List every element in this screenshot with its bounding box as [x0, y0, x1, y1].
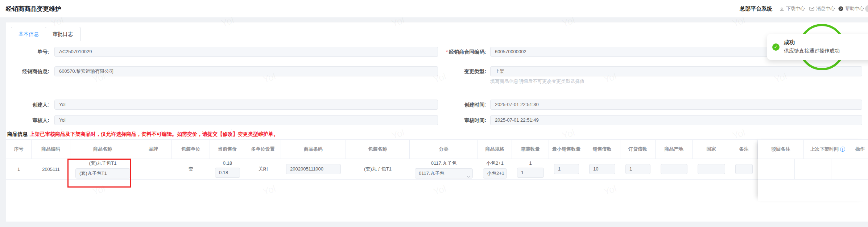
col-remark: 备注 [730, 139, 758, 159]
tab-approval-log[interactable]: 审批日志 [45, 27, 80, 41]
cell-price: 0.18 0.18 [210, 159, 245, 180]
col-barcode: 商品条码 [281, 139, 346, 159]
toast-message: 供应链直接通过操作成功 [784, 48, 840, 54]
category-text: 0117.丸子包 [431, 160, 457, 167]
sale-multiple-input[interactable]: 10 [589, 164, 615, 174]
cell-seq: 1 [6, 159, 32, 180]
nav-label: 帮助中心 [845, 5, 864, 12]
change-type-label: 变更类型: [417, 66, 486, 76]
col-name: 商品名称 [70, 139, 135, 159]
nav-message-center[interactable]: 消息中心 [809, 5, 835, 12]
help-icon: ? [838, 6, 843, 11]
spec-text: 小包2+1 [486, 160, 504, 167]
col-order-multiple: 订货倍数 [620, 139, 656, 159]
col-sale-multiple: 销售倍数 [584, 139, 620, 159]
auditor-label: 审核人: [7, 115, 49, 125]
col-category: 分类 [410, 139, 478, 159]
cell-box-qty: 1 1 [512, 159, 549, 180]
top-bar: 经销商商品变更维护 总部平台系统 下载中心 消息中心 ? 帮助中心 [0, 0, 868, 17]
section-title: 商品信息 [7, 131, 28, 137]
annotation-box [67, 159, 131, 188]
creator-label: 创建人: [7, 100, 49, 110]
col-box-qty: 箱装数量 [512, 139, 549, 159]
cell-package-name: (套)丸子包T1 [346, 159, 410, 180]
col-spec: 商品规格 [478, 139, 512, 159]
nav-help-center[interactable]: ? 帮助中心 [838, 5, 864, 12]
order-no-field[interactable]: AC2507010029 [54, 47, 438, 57]
cell-last-offshelf-time [795, 159, 832, 180]
toast-title: 成功 [784, 39, 795, 46]
col-seq: 序号 [6, 139, 32, 159]
avatar[interactable] [865, 5, 868, 12]
tab-divider [6, 41, 868, 41]
dealer-info-label: 经销商信息: [7, 66, 49, 76]
country-input[interactable] [698, 164, 725, 174]
cell-unit: 套 [172, 159, 210, 180]
price-input[interactable]: 0.18 [215, 168, 240, 178]
cell-action [831, 159, 868, 180]
table-header: 序号 商品编码 商品名称 品牌 包装单位 当前售价 多单位设置 商品条码 包装名… [6, 139, 758, 159]
page-title: 经销商商品变更维护 [6, 5, 61, 13]
audit-time-label: 审核时间: [417, 115, 486, 125]
change-type-hint: 填写商品信息明细后不可更改变更类型选择值 [490, 78, 584, 85]
cell-origin [656, 159, 693, 180]
audit-time-field[interactable]: 2025-07-01 22:51:49 [490, 115, 862, 125]
remark-input[interactable] [735, 164, 753, 174]
origin-input[interactable] [661, 164, 687, 174]
cell-min-sale: 1 [549, 159, 584, 180]
chevron-down-icon [467, 172, 470, 178]
mail-icon [809, 7, 814, 11]
col-brand: 品牌 [135, 139, 172, 159]
box-qty-input[interactable]: 1 [517, 168, 544, 178]
col-code: 商品编码 [32, 139, 70, 159]
auditor-field[interactable]: Yol [54, 115, 438, 125]
required-asterisk: * [446, 49, 448, 55]
info-icon[interactable]: i [840, 147, 845, 152]
cell-multi-unit: 关闭 [245, 159, 281, 180]
barcode-input[interactable]: 2002005111000 [286, 164, 341, 174]
col-package-name: 包装名称 [346, 139, 410, 159]
contract-code-label: *经销商合同编码: [417, 47, 486, 57]
nav-label: 下载中心 [786, 5, 805, 12]
success-toast: ✓ 成功 供应链直接通过操作成功 [767, 34, 868, 60]
tab-basic-info[interactable]: 基本信息 [11, 27, 46, 41]
download-icon [780, 7, 784, 11]
cell-country [693, 159, 730, 180]
col-min-sale: 最小销售数量 [549, 139, 584, 159]
col-origin: 商品产地 [656, 139, 693, 159]
dealer-info-field[interactable]: 600570.黎安运输有限公司 [54, 66, 438, 76]
spec-input[interactable]: 小包2+1 [483, 168, 507, 178]
section-warning: 上架已审核商品及下架商品时，仅允许选择商品，资料不可编辑。如需变价，请提交【修改… [30, 131, 278, 137]
col-last-offshelf-time: 上次下架时间i [804, 139, 852, 159]
nav-download-center[interactable]: 下载中心 [780, 5, 805, 12]
cell-category: 0117.丸子包 0117.丸子包 [410, 159, 478, 180]
fixed-right-columns: 驳回备注 上次下架时间i 操作 [758, 139, 868, 201]
order-no-label: 单号: [7, 47, 49, 57]
nav-label: 消息中心 [816, 5, 835, 12]
min-sale-input[interactable]: 1 [554, 164, 579, 174]
cell-brand [135, 159, 172, 180]
system-name: 总部平台系统 [740, 5, 772, 12]
col-price: 当前售价 [210, 139, 245, 159]
box-qty-text: 1 [529, 160, 532, 166]
category-select[interactable]: 0117.丸子包 [415, 168, 473, 178]
cell-spec: 小包2+1 小包2+1 [478, 159, 512, 180]
col-country: 国家 [693, 139, 730, 159]
create-time-label: 创建时间: [417, 100, 486, 110]
col-reject-remark: 驳回备注 [758, 139, 804, 159]
svg-text:?: ? [840, 7, 842, 10]
col-multi-unit: 多单位设置 [245, 139, 281, 159]
cell-order-multiple: 1 [620, 159, 656, 180]
cell-code: 2005111 [32, 159, 70, 180]
section-heading: 商品信息上架已审核商品及下架商品时，仅允许选择商品，资料不可编辑。如需变价，请提… [7, 131, 278, 138]
cell-barcode: 2002005111000 [281, 159, 346, 180]
col-unit: 包装单位 [172, 139, 210, 159]
create-time-field[interactable]: 2025-07-01 22:51:30 [490, 100, 862, 110]
check-circle-icon: ✓ [772, 43, 780, 51]
order-multiple-input[interactable]: 1 [625, 164, 650, 174]
col-action: 操作 [852, 139, 868, 159]
price-text: 0.18 [223, 160, 232, 166]
cell-reject-remark [758, 159, 795, 180]
cell-sale-multiple: 10 [584, 159, 620, 180]
creator-field[interactable]: Yol [54, 100, 438, 110]
